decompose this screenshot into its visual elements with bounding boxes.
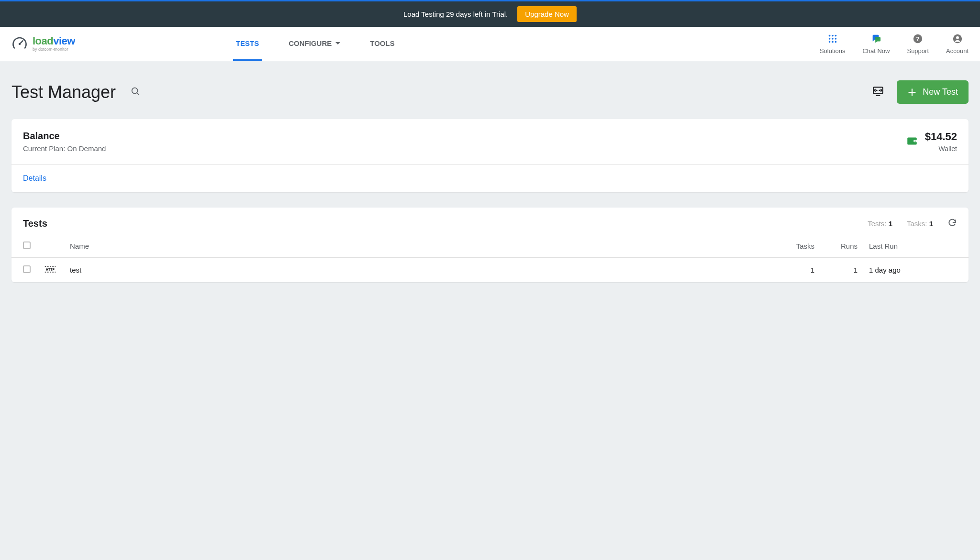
gauge-icon [11,36,28,52]
select-all-checkbox[interactable] [23,242,31,249]
tab-configure[interactable]: CONFIGURE [286,27,343,61]
trial-banner-text: Load Testing 29 days left in Trial. [403,10,508,18]
solutions-label: Solutions [820,47,845,55]
chat-now-label: Chat Now [862,47,890,55]
svg-point-9 [832,41,834,43]
svg-point-5 [828,38,830,40]
svg-point-6 [832,38,834,40]
row-name: test [64,258,777,283]
upgrade-now-button[interactable]: Upgrade Now [517,6,577,22]
balance-details-link[interactable]: Details [11,165,969,192]
logo-text-part2: view [53,35,75,47]
monitor-icon [872,85,884,98]
search-icon [130,86,141,97]
row-tasks: 1 [777,258,820,283]
svg-point-10 [835,41,836,43]
plus-icon [907,88,917,97]
search-button[interactable] [130,86,141,98]
balance-title: Balance [23,131,106,142]
tab-tools-label: TOOLS [370,39,394,47]
tests-count-label: Tests: [868,220,886,228]
tests-count: Tests: 1 [868,220,892,228]
tests-card: Tests Tests: 1 Tasks: 1 [11,208,969,282]
col-header-last-run: Last Run [863,235,940,258]
refresh-button[interactable] [947,218,957,229]
help-icon: ? [913,33,923,45]
screen-recorder-button[interactable] [872,85,884,99]
svg-point-8 [828,41,830,43]
balance-plan-prefix: Current Plan: [23,144,67,153]
balance-plan: Current Plan: On Demand [23,144,106,153]
svg-text:?: ? [916,35,920,42]
table-row[interactable]: HTTP test 1 1 1 day ago [11,258,969,283]
tests-table: Name Tasks Runs Last Run HTTP [11,235,969,282]
balance-card: Balance Current Plan: On Demand $14.52 W… [11,119,969,192]
tab-tests[interactable]: TESTS [233,27,262,61]
wallet-icon [906,135,918,149]
account-icon [952,33,963,45]
svg-point-14 [956,36,959,39]
main-header: loadview by dotcom-monitor TESTS CONFIGU… [0,27,980,61]
chat-icon [871,33,881,45]
svg-line-1 [20,41,23,44]
tasks-count-label: Tasks: [907,220,927,228]
svg-line-16 [137,93,139,95]
logo-subtitle: by dotcom-monitor [33,47,75,52]
svg-point-7 [835,38,836,40]
svg-point-4 [835,34,836,36]
svg-point-3 [832,34,834,36]
page-header: Test Manager New Test [11,80,969,104]
svg-text:HTTP: HTTP [46,268,55,271]
row-checkbox[interactable] [23,265,31,273]
svg-point-2 [828,34,830,36]
svg-point-23 [914,140,916,142]
col-header-name: Name [64,235,777,258]
caret-down-icon [335,42,340,44]
apps-grid-icon [827,33,838,45]
chat-now-button[interactable]: Chat Now [862,33,890,55]
http-icon: HTTP [44,264,56,274]
col-header-tasks: Tasks [777,235,820,258]
content: Test Manager New Test [0,61,980,309]
tab-tools[interactable]: TOOLS [367,27,397,61]
header-actions: Solutions Chat Now ? Support Account [820,33,969,55]
row-last-run: 1 day ago [863,258,940,283]
trial-banner: Load Testing 29 days left in Trial. Upgr… [0,1,980,27]
balance-amount: $14.52 [925,131,957,143]
new-test-label: New Test [923,87,958,97]
account-button[interactable]: Account [946,33,969,55]
tab-configure-label: CONFIGURE [289,39,332,47]
balance-wallet-label: Wallet [939,145,957,153]
tests-title: Tests [23,218,47,229]
balance-plan-name: On Demand [67,144,106,153]
tasks-count-value: 1 [929,220,933,228]
refresh-icon [947,218,957,228]
logo[interactable]: loadview by dotcom-monitor [11,36,75,52]
solutions-button[interactable]: Solutions [820,33,845,55]
col-header-runs: Runs [820,235,863,258]
logo-text-part1: load [33,35,53,47]
support-label: Support [907,47,929,55]
main-nav: TESTS CONFIGURE TOOLS [233,27,398,61]
account-label: Account [946,47,969,55]
page-title: Test Manager [11,82,116,102]
new-test-button[interactable]: New Test [897,80,969,104]
support-button[interactable]: ? Support [907,33,929,55]
tasks-count: Tasks: 1 [907,220,933,228]
tab-tests-label: TESTS [236,39,259,47]
logo-text: loadview [33,36,75,46]
row-runs: 1 [820,258,863,283]
tests-count-value: 1 [889,220,892,228]
